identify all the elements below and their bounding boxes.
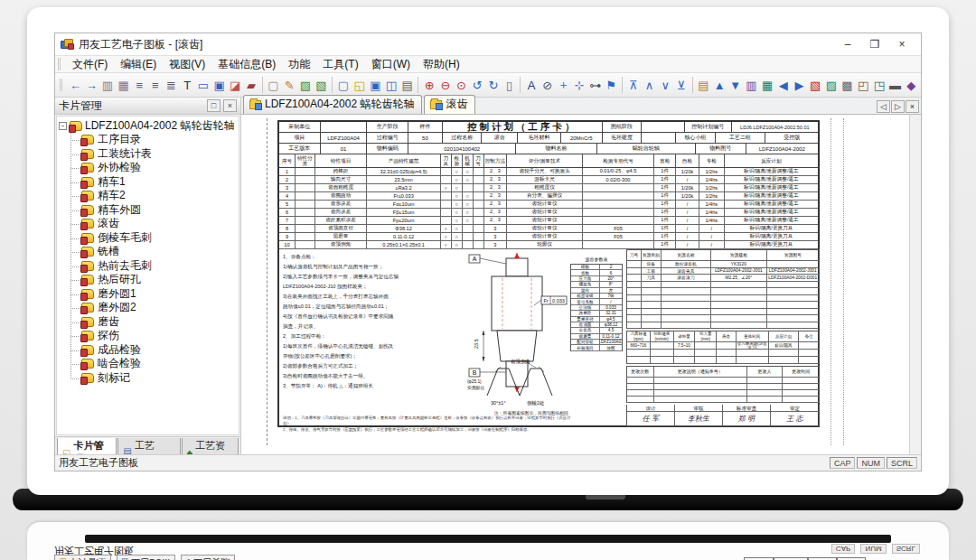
control-plan-row[interactable]: 5齿形误差Fα≤10um○○2、3齿轮计量仪1件/1/4hs标识/隔离/重新调整…	[279, 201, 818, 209]
cell-edit-icon[interactable]: ▥	[99, 76, 116, 95]
hdr-drawing-stage-value[interactable]	[642, 122, 685, 132]
menu-item-3[interactable]: 基础信息(B)	[211, 56, 282, 73]
flag-icon[interactable]: ⚑	[604, 76, 620, 95]
pin-icon[interactable]: □	[207, 99, 221, 112]
panel-close-icon[interactable]: ×	[223, 99, 237, 112]
open-icon[interactable]: ◱	[352, 76, 368, 95]
card-lock-icon[interactable]: ▩	[840, 76, 856, 95]
pencil-icon[interactable]: ✎	[281, 76, 297, 95]
card-paste-icon[interactable]: ▦	[759, 76, 775, 95]
cutting-table-empty-row[interactable]	[627, 357, 819, 364]
hdr-mcode[interactable]: 020104100402	[408, 144, 516, 154]
card-insert-icon[interactable]: ◀	[775, 76, 792, 95]
hdr-unit-value[interactable]	[321, 122, 368, 132]
collapse-icon[interactable]: ∨	[657, 76, 673, 95]
menu-item-7[interactable]: 帮助(H)	[417, 56, 466, 73]
hdr-process-name[interactable]: 滚齿	[482, 133, 518, 143]
cutting-table-row[interactable]: 660~7167.5~10按刃磨周期(滚齿滚刀)标识/隔离	[627, 342, 819, 350]
forward-icon[interactable]: →	[83, 76, 99, 95]
redo-icon[interactable]: ↻	[485, 76, 502, 95]
control-plan-row[interactable]: 10齿顶倒角0.25±0.1×0.25±0.1○○3轮廓仪1件//标识/隔离/更…	[279, 241, 818, 249]
menu-item-5[interactable]: 工具(T)	[316, 56, 364, 73]
card-print-icon[interactable]: ▬	[887, 76, 904, 95]
to-bottom-icon[interactable]: ⊻	[673, 76, 690, 95]
tree-item-5[interactable]: 精车外圆	[63, 203, 239, 218]
zoom-in-icon[interactable]: ⊕	[421, 76, 437, 95]
tree-item-1[interactable]: 工装统计表	[63, 147, 239, 162]
vertical-scrollbar[interactable]	[909, 115, 921, 454]
tree-item-12[interactable]: 磨外圆2	[63, 301, 239, 315]
cell-select-icon[interactable]: ▦	[116, 76, 132, 95]
minimize-button[interactable]: –	[834, 35, 861, 53]
tree-item-0[interactable]: 工序目录	[63, 133, 239, 147]
change-table-empty-row[interactable]	[627, 397, 819, 403]
tree-item-15[interactable]: 成品检验	[63, 343, 239, 358]
document-tab-1[interactable]: 滚齿	[424, 95, 475, 114]
tree-item-17[interactable]: 刻标记	[63, 371, 239, 386]
new-icon[interactable]: ▢	[335, 76, 352, 95]
tree-item-8[interactable]: 铣槽	[63, 245, 239, 259]
menu-item-6[interactable]: 窗口(W)	[365, 56, 417, 73]
insert-image-icon[interactable]: ▨	[297, 76, 314, 95]
resource-table-empty-row[interactable]	[627, 315, 819, 322]
table-frame-icon[interactable]: ▭	[195, 76, 211, 95]
image-frame-icon[interactable]: ▣	[211, 76, 228, 95]
hdr-hardness[interactable]	[642, 133, 676, 143]
card-save-icon[interactable]: ▨	[823, 76, 840, 95]
resource-table-empty-row[interactable]	[627, 302, 819, 309]
menu-item-0[interactable]: 文件(F)	[66, 56, 114, 73]
card-import-icon[interactable]: ◳	[871, 76, 887, 95]
restore-button[interactable]: ❐	[861, 35, 888, 53]
replace-image-icon[interactable]: ▧	[314, 76, 330, 95]
control-plan-row[interactable]: 1跨棒距32.31±0.025(dp=4.5)○○2、3齿轮千分尺、可换测头0.…	[279, 168, 818, 176]
document-tab-0[interactable]: LDFZ100A04-2002 蜗轮齿轮轴	[243, 95, 422, 114]
fill-icon[interactable]: ▰	[243, 76, 259, 95]
menu-item-4[interactable]: 功能	[282, 56, 316, 73]
back-icon[interactable]: ←	[68, 76, 84, 95]
menu-item-1[interactable]: 编辑(E)	[114, 56, 163, 73]
eraser-icon[interactable]: ◪	[227, 76, 243, 95]
collapse-expander-icon[interactable]: -	[59, 122, 67, 130]
card-new-icon[interactable]: ▤	[696, 76, 712, 95]
card-settings-icon[interactable]: ◆	[903, 76, 919, 95]
resource-table-row[interactable]: 工装滚齿夹具LDFZ100A04-2002-J001LDFZ100A04-200…	[627, 268, 819, 275]
change-table-empty-row[interactable]	[627, 390, 819, 397]
cutting-table-empty-row[interactable]	[627, 350, 819, 357]
hdr-mno[interactable]: LDFZ100A04-2002	[746, 144, 818, 154]
tree-item-2[interactable]: 外协检验	[63, 161, 239, 175]
control-plan-row[interactable]: 9留磨量0.11-0.12○○3齿轮计量仪F051件//标识/隔离/更换刀具	[279, 233, 818, 241]
tree-item-16[interactable]: 啮合检验	[63, 357, 239, 371]
tab-close-icon[interactable]: ×	[906, 100, 919, 113]
menu-item-2[interactable]: 视图(V)	[163, 56, 211, 73]
zoom-out-icon[interactable]: ⊖	[437, 76, 454, 95]
card-export-icon[interactable]: ◰	[855, 76, 871, 95]
zoom-fit-icon[interactable]: ⊙	[454, 76, 470, 95]
tree-item-13[interactable]: 磨齿	[63, 315, 239, 330]
tree-item-6[interactable]: 滚齿	[63, 217, 239, 231]
control-plan-row[interactable]: 2轴向尺寸23.5mm○○2、3游标卡尺0.02/0-3001件/1/4hs标识…	[279, 176, 818, 184]
tab-prev-icon[interactable]: ◁	[877, 100, 890, 113]
select-region-icon[interactable]: ▢	[266, 76, 282, 95]
card-delete-icon[interactable]: ▧	[807, 76, 823, 95]
resource-table-empty-row[interactable]	[627, 309, 819, 316]
anchor-icon[interactable]: ⊶	[587, 76, 604, 95]
node-icon[interactable]: ⊹	[571, 76, 587, 95]
resource-table-row[interactable]: 设备数控滚齿机YK3120	[627, 261, 819, 268]
tree-item-10[interactable]: 热后研孔	[63, 273, 239, 287]
control-plan-row[interactable]: 8齿顶圆直径Φ38.12○○3齿轮计量仪F051件//标识/隔离/更换刀具	[279, 225, 818, 233]
close-button[interactable]: ×	[888, 35, 915, 53]
card-canvas[interactable]: 采制单位 生产阶段 样件 控制计划（工序卡） 图纸阶段 控制计划编号 LDJ6.…	[241, 115, 921, 454]
control-plan-row[interactable]: 4齿圈跳动Fr≤0.033○○2、3百分表、偏摆仪1件1/20k1/2hs标识/…	[279, 192, 818, 201]
change-table-empty-row[interactable]	[627, 384, 819, 390]
hdr-project[interactable]: LDFZ100A04	[321, 133, 368, 143]
align-middle-icon[interactable]: ≡	[147, 76, 164, 95]
resource-table-empty-row[interactable]	[627, 322, 819, 330]
hdr-material[interactable]: 20MnCr5	[561, 133, 603, 143]
to-top-icon[interactable]: ⊼	[625, 76, 642, 95]
resource-table-empty-row[interactable]	[627, 288, 819, 295]
resource-table-empty-row[interactable]	[627, 295, 819, 303]
align-top-icon[interactable]: ≡	[131, 76, 147, 95]
font-icon[interactable]: A	[523, 76, 540, 95]
hdr-team[interactable]: 工艺二组	[716, 133, 766, 143]
hdr-mname[interactable]: 蜗轮齿轮轴	[597, 144, 696, 154]
